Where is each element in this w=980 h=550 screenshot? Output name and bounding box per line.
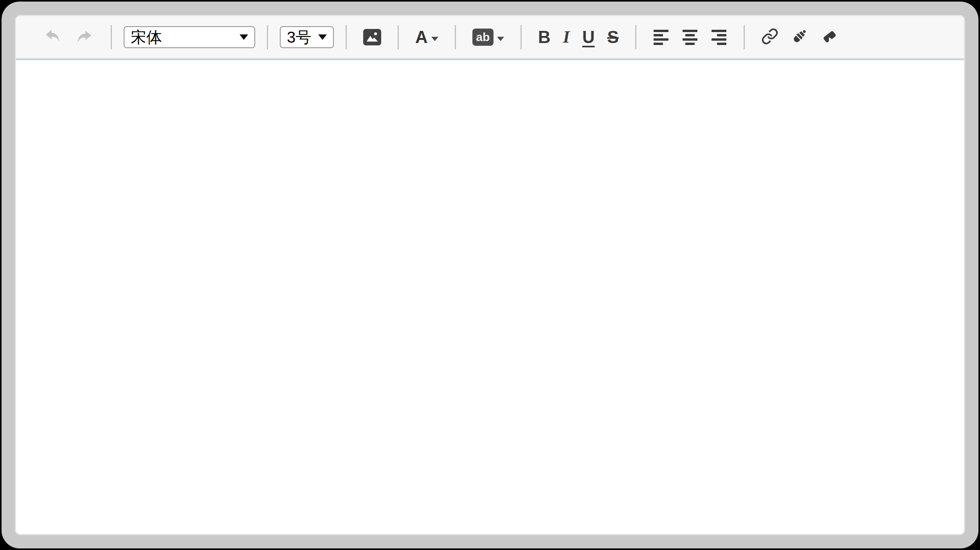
editor-toolbar: 宋体 3号 A xyxy=(16,16,964,60)
align-right-button[interactable] xyxy=(712,30,726,45)
align-center-button[interactable] xyxy=(683,30,697,45)
eraser-icon xyxy=(821,28,838,47)
align-left-icon xyxy=(654,30,668,32)
italic-button[interactable]: I xyxy=(563,29,570,46)
dropdown-arrow-icon xyxy=(240,34,248,40)
paint-brush-icon xyxy=(791,28,808,47)
toolbar-separator xyxy=(455,25,456,49)
background-color-button[interactable]: ab xyxy=(472,29,504,46)
insert-link-button[interactable] xyxy=(761,28,778,47)
strikethrough-label: S xyxy=(607,29,618,46)
format-brush-button[interactable] xyxy=(791,28,808,47)
background-color-label: ab xyxy=(476,31,490,43)
font-family-value: 宋体 xyxy=(131,27,162,48)
underline-button[interactable]: U xyxy=(582,29,595,46)
align-right-icon xyxy=(712,30,726,32)
font-color-label: A xyxy=(415,29,428,46)
undo-icon xyxy=(43,27,61,47)
italic-label: I xyxy=(563,29,570,46)
font-size-select[interactable]: 3号 xyxy=(280,26,334,48)
chevron-down-icon xyxy=(497,37,504,41)
toolbar-separator xyxy=(111,25,112,49)
toolbar-separator xyxy=(744,25,745,49)
font-color-button[interactable]: A xyxy=(415,29,438,46)
font-family-select[interactable]: 宋体 xyxy=(124,26,255,48)
dropdown-arrow-icon xyxy=(318,34,327,40)
highlight-icon: ab xyxy=(472,29,494,46)
align-left-button[interactable] xyxy=(654,30,668,45)
toolbar-separator xyxy=(398,25,399,49)
underline-label: U xyxy=(582,29,595,46)
undo-button[interactable] xyxy=(43,27,61,47)
toolbar-separator xyxy=(346,25,347,49)
toolbar-separator xyxy=(267,25,268,49)
redo-button[interactable] xyxy=(76,28,94,46)
editor-content[interactable] xyxy=(16,60,964,534)
bold-label: B xyxy=(538,29,551,46)
image-icon xyxy=(363,29,381,45)
strikethrough-button[interactable]: S xyxy=(607,29,618,46)
bold-button[interactable]: B xyxy=(538,29,551,46)
link-icon xyxy=(761,28,778,47)
toolbar-separator xyxy=(521,25,522,49)
chevron-down-icon xyxy=(431,37,438,41)
align-center-icon xyxy=(683,30,697,32)
toolbar-separator xyxy=(635,25,636,49)
insert-image-button[interactable] xyxy=(363,29,381,45)
redo-icon xyxy=(76,28,94,46)
editor-frame: 宋体 3号 A xyxy=(2,2,978,548)
clear-format-button[interactable] xyxy=(821,28,838,47)
editor-window: 宋体 3号 A xyxy=(15,15,965,535)
font-size-value: 3号 xyxy=(287,27,311,48)
